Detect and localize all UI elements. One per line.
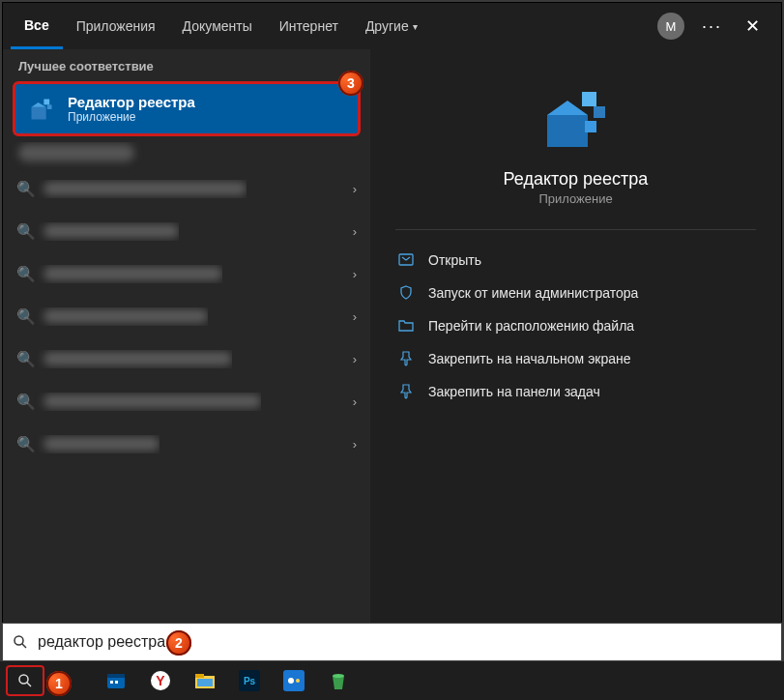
chevron-right-icon: ›	[353, 437, 357, 452]
svg-point-26	[288, 678, 294, 684]
svg-line-13	[27, 683, 31, 686]
action-open-location[interactable]: Перейти к расположению файла	[395, 309, 756, 342]
folder-icon	[397, 318, 415, 334]
shield-icon	[397, 285, 415, 301]
search-icon	[13, 634, 28, 650]
svg-rect-6	[582, 92, 596, 106]
annotation-badge-2: 2	[166, 630, 191, 656]
svg-text:Ps: Ps	[244, 676, 256, 686]
svg-rect-22	[197, 679, 213, 686]
svg-rect-15	[107, 674, 125, 678]
open-icon	[397, 252, 415, 268]
svg-rect-3	[47, 104, 52, 109]
details-title: Редактор реестра	[395, 169, 756, 190]
result-item[interactable]: 🔍 ›	[3, 380, 370, 423]
best-match-title: Редактор реестра	[68, 94, 195, 110]
action-pin-start[interactable]: Закрепить на начальном экране	[395, 342, 756, 375]
taskbar-photoshop-icon[interactable]: Ps	[230, 665, 269, 696]
action-open[interactable]: Открыть	[395, 244, 756, 277]
svg-point-10	[15, 636, 23, 645]
results-panel: Лучшее соответствие Редактор реестра При…	[3, 49, 370, 626]
result-item[interactable]: 🔍 ›	[3, 423, 370, 465]
taskbar-explorer-icon[interactable]	[186, 665, 224, 696]
svg-rect-4	[547, 115, 588, 147]
svg-rect-16	[110, 681, 113, 684]
taskbar: Y Ps	[0, 661, 784, 700]
svg-line-11	[22, 644, 26, 648]
chevron-right-icon: ›	[353, 394, 357, 409]
blurred-text	[44, 182, 247, 195]
search-icon: 🔍	[16, 222, 32, 241]
result-item[interactable]: 🔍 ›	[3, 210, 370, 252]
section-best-match: Лучшее соответствие	[3, 49, 370, 81]
tab-apps[interactable]: Приложения	[63, 3, 169, 49]
annotation-badge-1: 1	[46, 671, 72, 696]
taskbar-search-button[interactable]	[6, 665, 44, 696]
search-icon: 🔍	[16, 265, 32, 283]
taskbar-calendar-icon[interactable]	[97, 665, 135, 696]
tab-other[interactable]: Другие ▾	[352, 3, 431, 49]
svg-rect-17	[115, 681, 118, 684]
result-item[interactable]: 🔍 ›	[3, 295, 370, 337]
pin-icon	[397, 351, 415, 366]
chevron-right-icon: ›	[353, 267, 357, 281]
svg-point-12	[19, 675, 28, 684]
regedit-large-icon	[541, 86, 611, 156]
svg-rect-7	[594, 106, 605, 118]
blurred-text	[44, 352, 232, 365]
chevron-right-icon: ›	[353, 182, 357, 196]
divider	[395, 229, 756, 230]
tab-docs[interactable]: Документы	[169, 3, 266, 49]
tab-other-label: Другие	[365, 18, 409, 34]
search-icon: 🔍	[16, 350, 32, 368]
search-input[interactable]	[38, 633, 771, 651]
taskbar-recycle-icon[interactable]	[319, 665, 358, 696]
blurred-text	[44, 437, 160, 451]
best-match-subtitle: Приложение	[68, 110, 195, 124]
action-pin-start-label: Закрепить на начальном экране	[428, 351, 631, 366]
svg-marker-5	[547, 101, 588, 115]
action-location-label: Перейти к расположению файла	[428, 318, 634, 334]
chevron-down-icon: ▾	[413, 21, 418, 32]
svg-rect-21	[195, 674, 204, 678]
svg-rect-8	[585, 121, 596, 132]
regedit-icon	[27, 95, 56, 124]
more-icon[interactable]: ···	[692, 16, 732, 37]
search-bar[interactable]	[2, 623, 782, 661]
action-pin-task-label: Закрепить на панели задач	[428, 384, 600, 399]
result-item[interactable]: 🔍 ›	[3, 167, 370, 210]
action-admin-label: Запуск от имени администратора	[428, 285, 638, 301]
blurred-subheader	[18, 144, 134, 161]
search-window: Все Приложения Документы Интернет Другие…	[2, 2, 782, 627]
svg-rect-2	[44, 99, 49, 104]
svg-rect-0	[32, 106, 46, 119]
taskbar-app-icon[interactable]	[275, 665, 313, 696]
result-item[interactable]: 🔍 ›	[3, 252, 370, 295]
action-pin-taskbar[interactable]: Закрепить на панели задач	[395, 375, 756, 408]
pin-icon	[397, 384, 415, 399]
result-item[interactable]: 🔍 ›	[3, 337, 370, 380]
search-icon: 🔍	[16, 393, 32, 411]
search-icon: 🔍	[16, 180, 32, 198]
blurred-text	[44, 394, 261, 408]
tab-all[interactable]: Все	[11, 3, 63, 49]
svg-point-27	[296, 679, 300, 683]
action-run-admin[interactable]: Запуск от имени администратора	[395, 277, 756, 309]
annotation-badge-3: 3	[338, 71, 363, 96]
blurred-text	[44, 309, 208, 323]
details-panel: Редактор реестра Приложение Открыть Запу…	[370, 49, 781, 626]
best-match-result[interactable]: Редактор реестра Приложение 3	[13, 81, 361, 136]
taskbar-yandex-icon[interactable]: Y	[141, 665, 180, 696]
blurred-text	[44, 267, 222, 280]
search-icon: 🔍	[16, 435, 32, 453]
filter-tabs: Все Приложения Документы Интернет Другие…	[3, 3, 781, 49]
user-avatar[interactable]: M	[657, 13, 684, 40]
tab-web[interactable]: Интернет	[266, 3, 352, 49]
details-subtitle: Приложение	[395, 191, 756, 206]
close-icon[interactable]: ✕	[732, 15, 773, 37]
search-icon: 🔍	[16, 307, 32, 326]
other-results: 🔍 › 🔍 › 🔍 › 🔍 › 🔍 ›	[3, 142, 370, 626]
blurred-text	[44, 224, 179, 238]
chevron-right-icon: ›	[353, 224, 357, 239]
action-open-label: Открыть	[428, 252, 481, 268]
